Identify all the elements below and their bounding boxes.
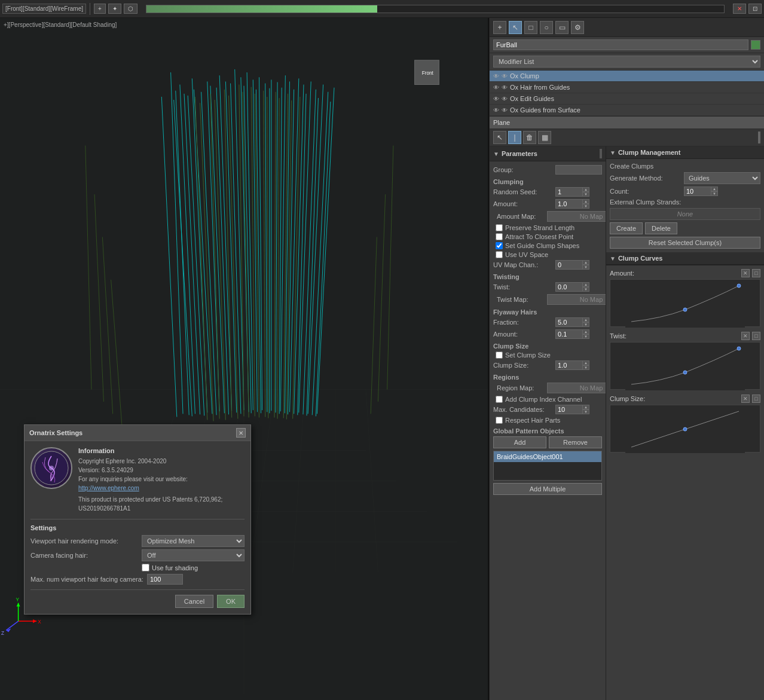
clump-size-input[interactable] xyxy=(555,360,582,370)
amount-curve-expand-btn[interactable]: □ xyxy=(752,269,760,277)
eye2-icon-ox-edit[interactable]: 👁 xyxy=(502,96,508,102)
preserve-strand-length-checkbox[interactable] xyxy=(496,224,503,231)
clump-size-curve-canvas[interactable] xyxy=(610,405,760,453)
eye-icon-ox-clump[interactable]: 👁 xyxy=(493,73,499,80)
amount-curve-x-btn[interactable]: ✕ xyxy=(741,269,750,277)
clump-mgmt-section-header[interactable]: ▼ Clump Management xyxy=(606,146,764,159)
delete-button[interactable]: Delete xyxy=(645,222,677,234)
twist-curve-expand-btn[interactable]: □ xyxy=(752,332,760,340)
twist-spin-down[interactable]: ▼ xyxy=(582,287,589,292)
eye2-icon-ox-hair[interactable]: 👁 xyxy=(502,84,508,91)
camera-facing-select[interactable]: Off xyxy=(142,549,245,561)
clump-size-spin-up[interactable]: ▲ xyxy=(582,360,589,365)
count-spin-up[interactable]: ▲ xyxy=(711,187,718,191)
flyaway-amount-spin-up[interactable]: ▲ xyxy=(582,329,589,334)
add-multiple-button[interactable]: Add Multiple xyxy=(493,483,602,495)
modifier-list-select[interactable]: Modifier List xyxy=(493,56,760,68)
sub-btn-trash[interactable]: 🗑 xyxy=(523,131,536,144)
params-drag-handle[interactable] xyxy=(600,149,602,158)
twist-input[interactable] xyxy=(555,282,582,292)
add-clump-index-checkbox[interactable] xyxy=(496,396,503,403)
toolbar-btn-3[interactable]: ⬡ xyxy=(124,4,137,14)
twist-spin-up[interactable]: ▲ xyxy=(582,282,589,287)
count-input[interactable] xyxy=(684,187,711,196)
attract-to-closest-checkbox[interactable] xyxy=(496,233,503,240)
clump-curves-section-header[interactable]: ▼ Clump Curves xyxy=(606,252,764,265)
viewport-mode-select[interactable]: Optimized Mesh xyxy=(142,535,245,547)
amount-spin-up[interactable]: ▲ xyxy=(582,199,589,204)
amount-spin-down[interactable]: ▼ xyxy=(582,204,589,209)
eye2-icon-ox-clump[interactable]: 👁 xyxy=(502,73,508,80)
max-candidates-input[interactable] xyxy=(555,405,582,414)
panel-btn-plus[interactable]: + xyxy=(493,21,506,34)
fraction-spin-up[interactable]: ▲ xyxy=(582,317,589,322)
random-seed-spin-down[interactable]: ▼ xyxy=(582,192,589,197)
sub-btn-grid[interactable]: ▦ xyxy=(538,131,551,144)
modifier-item-ox-clump[interactable]: 👁 👁 Ox Clump xyxy=(490,71,764,82)
cancel-button[interactable]: Cancel xyxy=(175,595,213,608)
remove-button[interactable]: Remove xyxy=(549,436,602,448)
modifier-item-ox-edit[interactable]: 👁 👁 Ox Edit Guides xyxy=(490,93,764,105)
dialog-close-button[interactable]: ✕ xyxy=(236,428,246,438)
max-candidates-spin-up[interactable]: ▲ xyxy=(582,405,589,409)
twist-curve-x-btn[interactable]: ✕ xyxy=(741,332,750,340)
modifier-item-ox-guides[interactable]: 👁 👁 Ox Guides from Surface xyxy=(490,105,764,116)
panel-btn-cursor[interactable]: ↖ xyxy=(509,21,522,34)
ornatrix-settings-dialog[interactable]: Ornatrix Settings ✕ xyxy=(24,424,251,615)
respect-hair-parts-checkbox[interactable] xyxy=(496,417,503,424)
clump-size-curve-expand-btn[interactable]: □ xyxy=(752,395,760,403)
clump-size-spin-down[interactable]: ▼ xyxy=(582,365,589,370)
twist-curve-canvas[interactable] xyxy=(610,342,760,390)
website-link[interactable]: http://www.ephere.com xyxy=(78,484,245,493)
pattern-item[interactable]: BraidGuidesObject001 xyxy=(494,451,601,462)
fraction-spin-down[interactable]: ▼ xyxy=(582,322,589,327)
object-name-input[interactable] xyxy=(493,39,748,50)
flyaway-amount-spin-down[interactable]: ▼ xyxy=(582,334,589,339)
amount-input[interactable] xyxy=(555,199,582,209)
region-map-input[interactable] xyxy=(547,383,606,393)
max-candidates-spin-down[interactable]: ▼ xyxy=(582,409,589,414)
eye-icon-ox-edit[interactable]: 👁 xyxy=(493,96,499,102)
eye-icon-ox-hair[interactable]: 👁 xyxy=(493,84,499,91)
max-viewport-input[interactable] xyxy=(147,574,183,585)
sub-btn-1[interactable]: ↖ xyxy=(493,131,506,144)
use-fur-shading-checkbox[interactable] xyxy=(142,564,149,571)
panel-btn-camera[interactable]: □ xyxy=(524,21,537,34)
sub-btn-2[interactable]: | xyxy=(508,131,521,144)
random-seed-spin-up[interactable]: ▲ xyxy=(582,187,589,192)
set-guide-clump-checkbox[interactable] xyxy=(496,242,503,249)
eye2-icon-ox-guides[interactable]: 👁 xyxy=(502,107,508,114)
parameters-section-header[interactable]: ▼ Parameters xyxy=(490,146,606,161)
ok-button[interactable]: OK xyxy=(217,595,245,608)
uv-map-input[interactable] xyxy=(555,260,582,270)
panel-btn-settings[interactable]: ⚙ xyxy=(571,21,584,34)
toolbar-btn-2[interactable]: ✦ xyxy=(108,4,121,14)
set-clump-size-checkbox[interactable] xyxy=(496,351,503,359)
group-input[interactable] xyxy=(555,165,602,175)
amount-curve-canvas[interactable] xyxy=(610,279,760,327)
count-spin-down[interactable]: ▼ xyxy=(711,191,718,196)
reset-clump-button[interactable]: Reset Selected Clump(s) xyxy=(610,237,760,249)
uv-map-spin-down[interactable]: ▼ xyxy=(582,265,589,270)
toolbar-btn-1[interactable]: + xyxy=(94,4,106,14)
panel-btn-sphere[interactable]: ○ xyxy=(540,21,553,34)
create-button[interactable]: Create xyxy=(610,222,643,234)
flyaway-amount-input[interactable] xyxy=(555,329,582,339)
uv-map-spin-up[interactable]: ▲ xyxy=(582,260,589,265)
eye-icon-ox-guides[interactable]: 👁 xyxy=(493,107,499,114)
add-button[interactable]: Add xyxy=(493,436,546,448)
toolbar-btn-grid[interactable]: ⊡ xyxy=(748,4,762,14)
random-seed-input[interactable] xyxy=(555,187,582,197)
toolbar-btn-x[interactable]: ✕ xyxy=(733,4,746,14)
modifier-item-ox-hair[interactable]: 👁 👁 Ox Hair from Guides xyxy=(490,82,764,93)
website-url[interactable]: http://www.ephere.com xyxy=(78,485,139,491)
clump-size-curve-x-btn[interactable]: ✕ xyxy=(741,395,750,403)
generate-method-select[interactable]: Guides xyxy=(684,172,760,184)
amount-map-input[interactable] xyxy=(547,211,606,222)
twist-map-input[interactable] xyxy=(547,294,606,305)
use-uv-space-checkbox[interactable] xyxy=(496,251,503,258)
viewport[interactable]: +][Perspective][Standard][Default Shadin… xyxy=(0,18,489,700)
fraction-input[interactable] xyxy=(555,317,582,327)
sub-toolbar-drag[interactable] xyxy=(758,132,760,143)
panel-btn-square[interactable]: ▭ xyxy=(555,21,569,34)
